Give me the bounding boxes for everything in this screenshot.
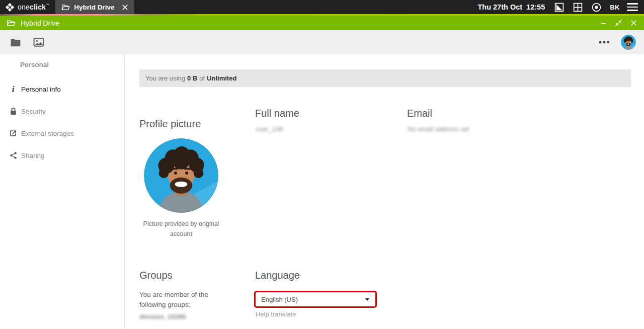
full-name-value: user_136 <box>256 125 283 133</box>
window-title: Hybrid Drive <box>21 19 59 27</box>
profile-picture-caption: Picture provided by original account <box>136 219 226 239</box>
info-icon: i <box>9 85 18 94</box>
open-folder-icon <box>61 4 70 11</box>
language-title: Language <box>255 270 300 281</box>
language-selected-value: English (US) <box>261 296 298 303</box>
open-folder-icon <box>7 19 16 27</box>
user-initials-badge[interactable]: BK <box>610 4 620 11</box>
window-titlebar: Hybrid Drive <box>0 16 644 30</box>
taskbar-clock: Thu 27th Oct 12:55 <box>477 3 545 11</box>
record-icon[interactable] <box>591 2 602 13</box>
hamburger-menu-icon[interactable] <box>627 3 638 11</box>
sidebar-item-security[interactable]: Security <box>0 100 124 122</box>
close-icon[interactable] <box>630 19 637 27</box>
email-value: No email address set <box>408 125 469 133</box>
groups-description: You are member of the following groups: <box>139 290 220 310</box>
groups-value: division_10396 <box>139 313 186 320</box>
external-link-icon <box>9 129 18 137</box>
window-tiling-icon[interactable] <box>573 2 583 13</box>
profile-picture-title: Profile picture <box>139 118 201 130</box>
tab-label: Hybrid Drive <box>74 4 114 11</box>
chevron-down-icon <box>365 298 369 301</box>
oneclick-logo-icon <box>5 3 15 12</box>
email-title: Email <box>407 108 432 119</box>
more-options-icon[interactable] <box>599 41 610 44</box>
files-folder-icon[interactable] <box>10 38 21 47</box>
system-taskbar: oneclick™ Hybrid Drive Thu 27th Oct 12:5… <box>0 0 644 14</box>
restore-icon[interactable] <box>614 19 623 27</box>
groups-title: Groups <box>139 270 173 281</box>
minimize-icon[interactable] <box>600 19 607 27</box>
help-translate-link[interactable]: Help translate <box>256 310 296 318</box>
share-icon <box>9 151 18 159</box>
taskbar-tab-hybrid-drive[interactable]: Hybrid Drive <box>55 0 134 14</box>
tab-close-icon[interactable] <box>122 4 128 11</box>
user-avatar[interactable] <box>621 35 636 50</box>
screenshot-icon[interactable] <box>554 2 565 13</box>
full-name-title: Full name <box>255 108 299 119</box>
brand-text: oneclick™ <box>18 3 49 11</box>
sidebar-item-personal-info[interactable]: i Personal info <box>0 78 124 100</box>
usage-used: 0 B <box>187 74 197 82</box>
photos-icon[interactable] <box>33 38 44 47</box>
lock-icon <box>9 107 18 115</box>
usage-quota: Unlimited <box>207 74 236 82</box>
settings-sidebar: Personal i Personal info Security <box>0 54 125 329</box>
language-select[interactable]: English (US) <box>254 291 377 308</box>
sidebar-item-sharing[interactable]: Sharing <box>0 144 124 167</box>
personal-info-panel: You are using 0 B of Unlimited Profile p… <box>125 54 644 329</box>
app-header <box>0 30 644 54</box>
sidebar-section-heading: Personal <box>0 61 124 71</box>
profile-picture-image[interactable] <box>144 138 218 213</box>
oneclick-logo: oneclick™ <box>0 3 55 12</box>
storage-usage-banner: You are using 0 B of Unlimited <box>139 69 631 87</box>
sidebar-item-external-storages[interactable]: External storages <box>0 122 124 144</box>
